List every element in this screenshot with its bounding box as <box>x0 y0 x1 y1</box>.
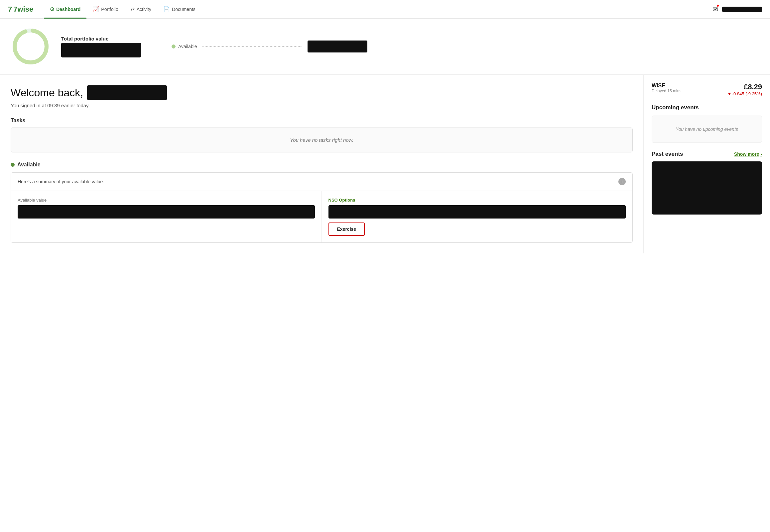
welcome-greeting: Welcome back, <box>11 87 83 99</box>
main-content: Welcome back, You signed in at 09:39 ear… <box>0 75 770 253</box>
welcome-section: Welcome back, You signed in at 09:39 ear… <box>11 85 633 108</box>
stock-info: WISE Delayed 15 mins £8.29 -0.845 (-9.25… <box>652 83 762 96</box>
logo[interactable]: 77wise <box>8 5 33 14</box>
available-indicator-dot <box>11 163 15 167</box>
available-grid: Available value NSO Options Exercise <box>11 191 632 242</box>
portfolio-header: Total portfolio value Available <box>0 19 770 75</box>
nav-dashboard-label: Dashboard <box>56 7 80 12</box>
stock-delay: Delayed 15 mins <box>652 89 681 93</box>
logo-7: 7 <box>8 5 12 14</box>
upcoming-events-title: Upcoming events <box>652 104 762 111</box>
available-section-label: Available <box>17 162 41 168</box>
available-header: Available <box>11 162 633 168</box>
tasks-empty-text: You have no tasks right now. <box>290 137 353 143</box>
available-label: Available <box>178 44 197 49</box>
tasks-label: Tasks <box>11 118 633 124</box>
navbar: 77wise ⊙ Dashboard 📈 Portfolio ⇄ Activit… <box>0 0 770 19</box>
legend-dotted-line <box>203 46 302 47</box>
past-events-title: Past events <box>652 151 683 157</box>
dashboard-icon: ⊙ <box>50 6 54 12</box>
stock-price: £8.29 <box>728 83 762 91</box>
past-events-content-redacted <box>652 161 762 215</box>
available-value-redacted <box>308 41 367 52</box>
available-summary-text: Here's a summary of your available value… <box>18 179 104 184</box>
info-icon[interactable]: i <box>619 178 626 185</box>
donut-chart <box>11 27 50 66</box>
svg-point-1 <box>15 31 47 62</box>
nso-options-col: NSO Options Exercise <box>322 191 633 242</box>
portfolio-icon: 📈 <box>92 6 99 12</box>
nav-portfolio[interactable]: 📈 Portfolio <box>86 0 124 19</box>
mail-icon[interactable]: ✉ <box>713 5 718 13</box>
nav-documents[interactable]: 📄 Documents <box>157 0 202 19</box>
documents-icon: 📄 <box>163 6 170 12</box>
available-card: Here's a summary of your available value… <box>11 172 633 243</box>
show-more-label: Show more <box>734 151 759 157</box>
down-arrow-icon <box>728 93 731 95</box>
stock-price-block: £8.29 -0.845 (-9.25%) <box>728 83 762 96</box>
available-value-label: Available value <box>18 198 315 203</box>
available-value-col: Available value <box>11 191 322 242</box>
portfolio-info: Total portfolio value <box>61 36 141 57</box>
nav-activity[interactable]: ⇄ Activity <box>124 0 157 19</box>
mail-badge <box>716 4 720 7</box>
nav-items: ⊙ Dashboard 📈 Portfolio ⇄ Activity 📄 Doc… <box>44 0 713 19</box>
upcoming-events-box: You have no upcoming events <box>652 116 762 143</box>
exercise-button[interactable]: Exercise <box>329 222 365 236</box>
logo-wise: 7wise <box>13 5 33 14</box>
available-summary: Here's a summary of your available value… <box>11 173 632 191</box>
nso-options-label: NSO Options <box>329 198 626 203</box>
nav-right: ✉ <box>713 5 762 13</box>
nav-portfolio-label: Portfolio <box>101 7 118 12</box>
chevron-right-icon: › <box>760 151 762 157</box>
stock-change: -0.845 (-9.25%) <box>728 91 762 96</box>
past-events-header: Past events Show more › <box>652 151 762 157</box>
past-events-section: Past events Show more › <box>652 151 762 215</box>
portfolio-legend: Available <box>171 41 367 52</box>
nav-documents-label: Documents <box>172 7 196 12</box>
welcome-name-redacted <box>87 85 167 100</box>
upcoming-events-section: Upcoming events You have no upcoming eve… <box>652 104 762 143</box>
available-value-redacted-2 <box>18 205 315 219</box>
right-panel: WISE Delayed 15 mins £8.29 -0.845 (-9.25… <box>644 75 770 253</box>
left-panel: Welcome back, You signed in at 09:39 ear… <box>0 75 644 253</box>
donut-svg <box>11 27 50 66</box>
stock-name: WISE <box>652 83 681 89</box>
activity-icon: ⇄ <box>130 6 135 12</box>
upcoming-events-empty: You have no upcoming events <box>676 127 738 132</box>
nso-value-redacted <box>329 205 626 219</box>
welcome-title: Welcome back, <box>11 85 633 100</box>
stock-name-block: WISE Delayed 15 mins <box>652 83 681 93</box>
portfolio-label: Total portfolio value <box>61 36 141 42</box>
show-more-button[interactable]: Show more › <box>734 151 762 157</box>
nav-dashboard[interactable]: ⊙ Dashboard <box>44 0 86 19</box>
user-menu-button[interactable] <box>722 7 762 12</box>
stock-change-value: -0.845 (-9.25%) <box>732 91 762 96</box>
portfolio-value-redacted <box>61 43 141 57</box>
nav-activity-label: Activity <box>137 7 151 12</box>
available-dot <box>171 44 175 48</box>
tasks-box: You have no tasks right now. <box>11 128 633 152</box>
welcome-subtitle: You signed in at 09:39 earlier today. <box>11 103 633 108</box>
